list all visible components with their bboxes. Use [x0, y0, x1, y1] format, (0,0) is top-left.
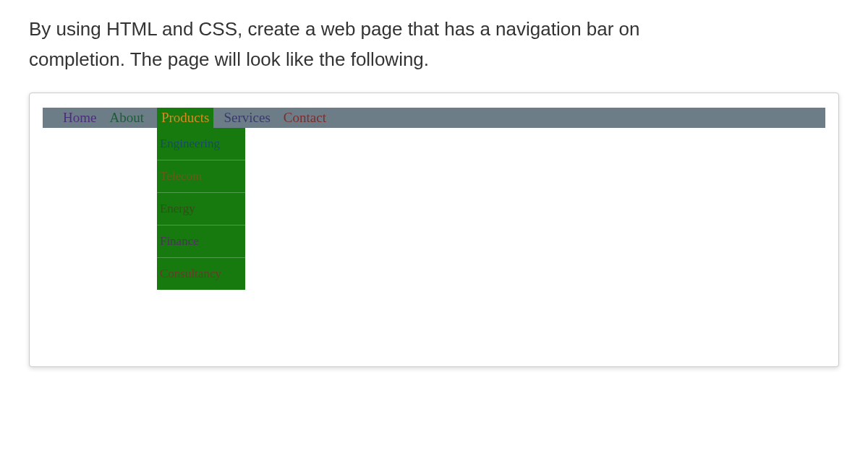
nav-services[interactable]: Services — [224, 110, 270, 126]
dropdown-consultancy[interactable]: Consultancy — [157, 258, 245, 290]
dropdown-finance[interactable]: Finance — [157, 225, 245, 258]
instruction-line1: By using HTML and CSS, create a web page… — [29, 18, 640, 40]
dropdown-energy[interactable]: Energy — [157, 193, 245, 225]
navigation-bar: Home About Products Engineering Telecom … — [43, 108, 825, 128]
dropdown-engineering[interactable]: Engineering — [157, 128, 245, 160]
nav-products-label: Products — [161, 110, 210, 126]
instruction-text: By using HTML and CSS, create a web page… — [29, 14, 839, 74]
instruction-line2: completion. The page will look like the … — [29, 48, 429, 70]
preview-container: Home About Products Engineering Telecom … — [29, 93, 839, 367]
nav-about[interactable]: About — [109, 110, 144, 126]
nav-home[interactable]: Home — [63, 110, 96, 126]
nav-contact[interactable]: Contact — [284, 110, 326, 126]
dropdown-telecom[interactable]: Telecom — [157, 160, 245, 193]
nav-products[interactable]: Products Engineering Telecom Energy Fina… — [157, 108, 214, 128]
products-dropdown: Engineering Telecom Energy Finance Consu… — [157, 128, 245, 290]
